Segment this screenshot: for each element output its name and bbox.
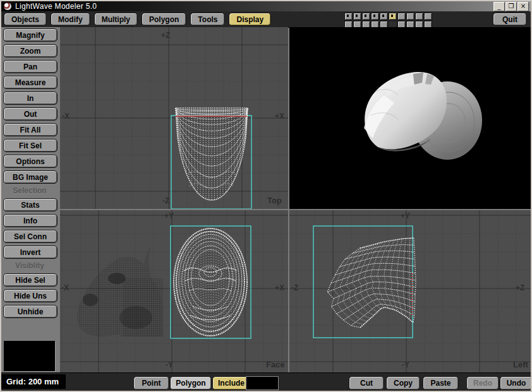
axis-label: +X	[275, 283, 284, 292]
viewport-top-canvas	[60, 27, 288, 209]
action-redo: Redo	[466, 376, 499, 390]
app-window: LightWave Modeler 5.0 _ ❐ × ObjectsModif…	[0, 0, 532, 392]
axis-label: -X	[62, 112, 70, 121]
axis-label: +Z	[161, 31, 170, 40]
viewport-name: Left	[513, 360, 528, 369]
layer-cell-0-7[interactable]	[406, 13, 414, 20]
menu-multiply[interactable]: Multiply	[94, 13, 138, 26]
layer-cell-0-9[interactable]	[424, 13, 432, 20]
axis-label: +Y	[164, 211, 174, 220]
sidebar-measure[interactable]: Measure	[3, 76, 57, 89]
axis-label: -Y	[166, 360, 173, 369]
axis-label: -Z	[162, 196, 169, 205]
action-undo[interactable]: Undo	[500, 376, 532, 390]
axis-label: +Z	[516, 283, 524, 292]
maximize-button[interactable]: ❐	[505, 2, 517, 11]
viewport-left[interactable]: +Y -Z +Z -Y Left	[289, 210, 531, 372]
action-cut[interactable]: Cut	[349, 376, 384, 390]
menu-items: ObjectsModifyMultiplyPolygonToolsDisplay	[4, 13, 271, 26]
color-swatch[interactable]	[246, 376, 279, 390]
sidebar-magnify[interactable]: Magnify	[3, 28, 57, 42]
sidebar-options[interactable]: Options	[3, 155, 57, 168]
sidebar-fit-sel[interactable]: Fit Sel	[3, 139, 57, 152]
viewport-perspective[interactable]	[289, 27, 531, 209]
tool-sidebar: MagnifyZoomPanMeasureInOutFit AllFit Sel…	[1, 27, 60, 372]
sidebar-zoom[interactable]: Zoom	[3, 44, 57, 57]
viewport-perspective-canvas	[289, 27, 531, 209]
menu-objects[interactable]: Objects	[4, 13, 47, 26]
sidebar-bg-image[interactable]: BG Image	[3, 170, 57, 184]
grid-size-indicator: Grid: 200 mm	[1, 374, 66, 389]
axis-label: +X	[275, 112, 284, 121]
action-copy[interactable]: Copy	[386, 376, 420, 390]
sidebar-fit-all[interactable]: Fit All	[3, 123, 57, 136]
sidebar-sel-conn[interactable]: Sel Conn	[3, 230, 57, 243]
viewport-face-canvas	[60, 210, 288, 372]
axis-label: -Z	[291, 283, 298, 292]
mode-include[interactable]: Include	[212, 376, 250, 390]
layer-cell-0-8[interactable]	[415, 13, 423, 20]
sidebar-group-selection: Selection	[1, 186, 58, 194]
layer-cell-0-5[interactable]	[389, 13, 397, 20]
viewport-face[interactable]: +Y -X +X -Y Face	[60, 210, 288, 372]
sidebar-in[interactable]: In	[3, 92, 57, 105]
axis-label: -Y	[402, 360, 409, 369]
action-paste[interactable]: Paste	[423, 376, 459, 390]
mode-point[interactable]: Point	[133, 376, 169, 390]
sidebar-preview-swatch[interactable]	[4, 341, 55, 371]
sidebar-unhide[interactable]: Unhide	[3, 305, 57, 318]
sidebar-hide-sel[interactable]: Hide Sel	[3, 273, 57, 287]
layer-cell-0-6[interactable]	[397, 13, 406, 20]
sidebar-out[interactable]: Out	[3, 107, 57, 121]
menu-polygon[interactable]: Polygon	[142, 13, 186, 26]
window-title: LightWave Modeler 5.0	[15, 2, 97, 11]
menu-modify[interactable]: Modify	[51, 13, 90, 26]
axis-label: -X	[61, 283, 69, 292]
mode-polygon[interactable]: Polygon	[170, 376, 212, 390]
layer-cell-0-2[interactable]	[362, 13, 370, 20]
viewport-top[interactable]: +Z -X +X -Z Top	[60, 27, 288, 209]
sidebar-invert[interactable]: Invert	[3, 246, 57, 259]
layer-cell-0-1[interactable]	[353, 13, 361, 20]
layer-cell-0-3[interactable]	[371, 13, 379, 20]
layer-cell-0-0[interactable]	[344, 13, 353, 20]
viewport-left-canvas	[289, 210, 531, 372]
sidebar-info[interactable]: Info	[3, 214, 57, 227]
sidebar-stats[interactable]: Stats	[3, 198, 57, 211]
viewport-name: Top	[267, 196, 282, 205]
viewport-name: Face	[266, 360, 285, 369]
axis-label: +Y	[401, 211, 410, 220]
title-bar: LightWave Modeler 5.0 _ ❐ ×	[1, 1, 531, 11]
quit-button[interactable]: Quit	[493, 13, 527, 26]
menu-display[interactable]: Display	[229, 13, 271, 26]
menu-bar: ObjectsModifyMultiplyPolygonToolsDisplay…	[1, 11, 531, 28]
minimize-button[interactable]: _	[493, 2, 505, 11]
sidebar-pan[interactable]: Pan	[3, 60, 57, 73]
sidebar-hide-uns[interactable]: Hide Uns	[3, 289, 57, 302]
layer-cell-0-4[interactable]	[380, 13, 388, 20]
app-icon	[4, 3, 11, 10]
status-bar: Grid: 200 mm PointPolygonInclude CutCopy…	[1, 372, 531, 391]
menu-tools[interactable]: Tools	[190, 13, 225, 26]
sidebar-group-visiblity: Visiblity	[1, 261, 58, 270]
close-button[interactable]: ×	[517, 2, 529, 11]
